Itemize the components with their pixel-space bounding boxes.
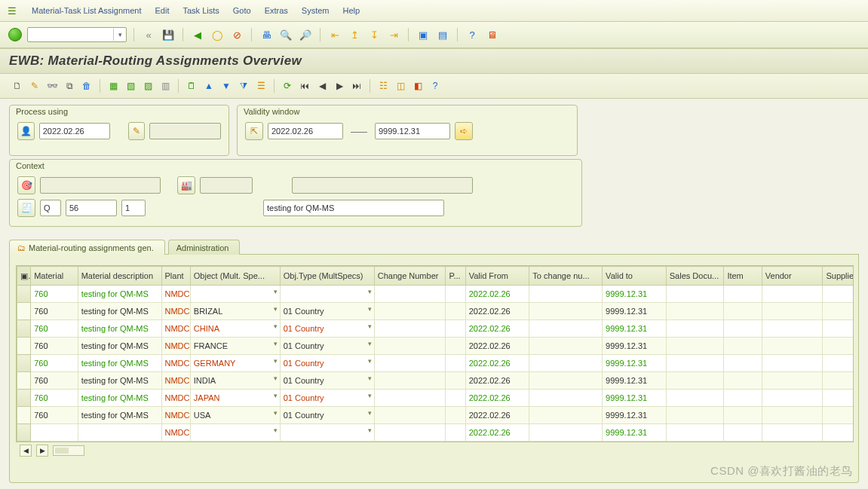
process-date-field[interactable]: 2022.02.26 [39, 123, 111, 139]
grid-select-all[interactable]: ▣ [17, 267, 31, 286]
table-row[interactable]: NMDC2022.02.269999.12.31 [17, 424, 854, 442]
back-button[interactable]: « [141, 27, 156, 42]
grid-hscroll[interactable]: ◀ ▶ [16, 442, 852, 459]
table-cell[interactable] [190, 424, 280, 442]
layout-icon[interactable]: 🖥 [484, 27, 499, 42]
table-cell[interactable] [17, 303, 31, 320]
col-item[interactable]: Item [724, 267, 762, 286]
exit-icon[interactable]: ◯ [210, 27, 225, 42]
select-block-icon[interactable]: ▨ [141, 79, 155, 93]
col-objtype[interactable]: Obj.Type (MultSpecs) [280, 267, 374, 286]
table-cell[interactable]: 01 Country [280, 372, 374, 390]
scroll-track[interactable] [53, 445, 84, 456]
enter-button[interactable] [8, 27, 23, 42]
validity-to-btn[interactable]: ➪ [455, 122, 473, 140]
scroll-right-icon[interactable]: ▶ [36, 445, 48, 457]
table-cell[interactable] [17, 355, 31, 372]
context-tasktype-field[interactable]: Q [40, 200, 61, 216]
table-row[interactable]: 760testing for QM-MSNMDCJAPAN01 Country2… [17, 390, 854, 407]
col-changenr[interactable]: Change Number [374, 267, 446, 286]
nav-last-icon[interactable]: ⏭ [350, 79, 363, 93]
menu-item-extras[interactable]: Extras [265, 6, 288, 15]
first-page-icon[interactable]: ⇤ [327, 27, 342, 42]
table-cell[interactable]: USA [190, 407, 280, 424]
table-cell[interactable] [17, 390, 31, 407]
col-tochangenr[interactable]: To change nu... [529, 267, 603, 286]
tab-material-routing[interactable]: 🗂 Material-routing assignments gen. [9, 240, 165, 255]
table-cell[interactable]: 01 Country [280, 407, 374, 424]
table-cell[interactable]: 01 Country [280, 303, 374, 320]
shortcut-icon[interactable]: ▤ [435, 27, 450, 42]
nav-first-icon[interactable]: ⏮ [298, 79, 311, 93]
validity-from-field[interactable]: 2022.02.26 [268, 123, 343, 139]
menu-item-tasklists[interactable]: Task Lists [182, 6, 219, 15]
validity-from-btn[interactable]: ⇱ [245, 122, 263, 140]
edit-icon[interactable]: ✎ [28, 79, 41, 93]
back-icon[interactable]: ◀ [190, 27, 205, 42]
col-p[interactable]: P... [446, 267, 465, 286]
table-row[interactable]: 760testing for QM-MSNMDCBRIZAL01 Country… [17, 303, 854, 320]
table-row[interactable]: 760testing for QM-MSNMDCUSA01 Country202… [17, 407, 854, 424]
sort-desc-icon[interactable]: ▼ [219, 79, 233, 93]
hierarchy-icon[interactable]: ☷ [376, 79, 390, 93]
menu-item-goto[interactable]: Goto [233, 6, 251, 15]
new-session-icon[interactable]: ▣ [416, 27, 431, 42]
process-changenr-field[interactable] [149, 123, 221, 139]
command-field[interactable]: ▾ [27, 27, 127, 42]
col-vendor[interactable]: Vendor [762, 267, 823, 286]
help-app-icon[interactable]: ? [428, 79, 442, 93]
table-cell[interactable] [17, 424, 31, 442]
process-changenr-icon[interactable]: ✎ [128, 122, 146, 140]
context-group-field[interactable]: 56 [66, 200, 117, 216]
copy-icon[interactable]: ⧉ [63, 79, 76, 93]
menu-item-edit[interactable]: Edit [155, 6, 170, 15]
validity-to-field[interactable]: 9999.12.31 [375, 123, 450, 139]
table-cell[interactable]: BRIZAL [190, 303, 280, 320]
info-icon[interactable]: ◧ [411, 79, 425, 93]
context-material-field[interactable] [40, 177, 161, 194]
col-plant[interactable]: Plant [161, 267, 190, 286]
deselect-all-icon[interactable]: ▧ [124, 79, 137, 93]
table-cell[interactable] [17, 320, 31, 338]
col-supplier[interactable]: Supplie [823, 267, 854, 286]
context-plant-field[interactable] [200, 177, 253, 194]
context-material-desc-field[interactable] [292, 177, 473, 194]
filter-icon[interactable]: ⧩ [237, 79, 250, 93]
table-row[interactable]: 760testing for QM-MSNMDCINDIA01 Country2… [17, 372, 854, 390]
menu-item-main[interactable]: Material-Task List Assignment [32, 6, 142, 15]
delete-icon[interactable]: 🗑 [80, 79, 94, 93]
table-cell[interactable] [17, 407, 31, 424]
help-icon[interactable]: ? [465, 27, 480, 42]
table-cell[interactable]: 01 Country [280, 355, 374, 372]
context-material-icon[interactable]: 🎯 [17, 176, 35, 194]
details-icon[interactable]: 🗒 [185, 79, 198, 93]
col-object[interactable]: Object (Mult. Spe... [190, 267, 280, 286]
prev-page-icon[interactable]: ↥ [347, 27, 362, 42]
print-icon[interactable]: 🖶 [259, 27, 274, 42]
col-matdesc[interactable]: Material description [78, 267, 161, 286]
table-cell[interactable] [17, 372, 31, 390]
nav-prev-icon[interactable]: ◀ [315, 79, 329, 93]
column-select-icon[interactable]: ▥ [158, 79, 172, 93]
create-icon[interactable]: 🗋 [11, 79, 24, 93]
table-cell[interactable]: JAPAN [190, 390, 280, 407]
nav-next-icon[interactable]: ▶ [333, 79, 346, 93]
menu-item-system[interactable]: System [302, 6, 330, 15]
col-validfrom[interactable]: Valid From [465, 267, 529, 286]
window-menu-icon[interactable]: ☰ [8, 5, 17, 17]
tab-administration[interactable]: Administration [168, 240, 241, 255]
scroll-thumb[interactable] [55, 448, 69, 454]
col-validto[interactable]: Valid to [603, 267, 667, 286]
col-material[interactable]: Material [31, 267, 78, 286]
next-page-icon[interactable]: ↧ [367, 27, 382, 42]
last-page-icon[interactable]: ⇥ [386, 27, 401, 42]
context-desc-field[interactable]: testing for QM-MS [263, 200, 444, 216]
table-cell[interactable]: CHINA [190, 320, 280, 338]
display-icon[interactable]: 👓 [45, 79, 59, 93]
table-cell[interactable]: 01 Country [280, 390, 374, 407]
col-salesdoc[interactable]: Sales Docu... [666, 267, 724, 286]
table-row[interactable]: 760testing for QM-MSNMDC2022.02.269999.1… [17, 286, 854, 303]
table-cell[interactable] [17, 286, 31, 303]
cancel-icon[interactable]: ⊘ [229, 27, 244, 42]
assignment-icon[interactable]: ◫ [394, 79, 407, 93]
